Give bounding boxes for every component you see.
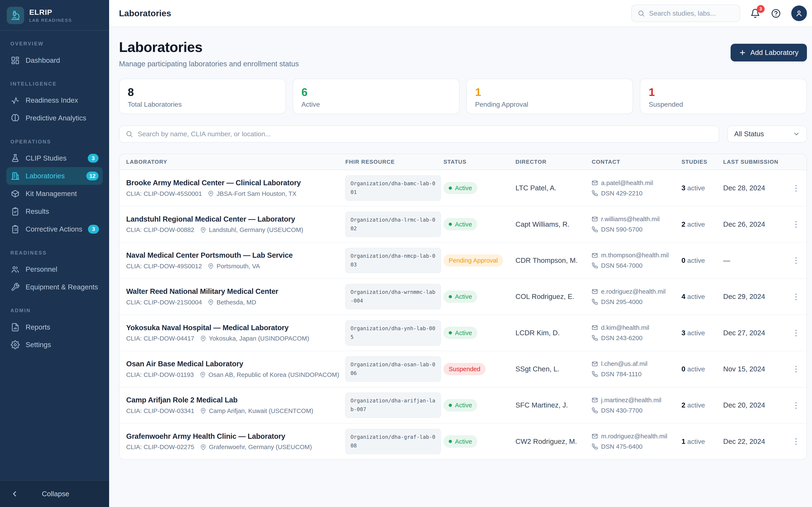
fhir-resource-chip: Organization/dha-wrnmmc-lab-004 [345,284,441,309]
lab-location: Camp Arifjan, Kuwait (USCENTCOM) [209,407,313,414]
row-menu-button[interactable]: ⋮ [783,396,806,414]
row-menu-button[interactable]: ⋮ [783,179,806,197]
sidebar-item-label: Corrective Actions [26,225,82,233]
nav-section-operations: OPERATIONS [6,134,103,149]
map-pin-icon [208,263,214,269]
sidebar-item-readiness-index[interactable]: Readiness Index [6,92,103,109]
phone-icon [592,443,598,450]
director-name: Capt Williams, R. [509,215,585,233]
add-laboratory-button[interactable]: Add Laboratory [730,44,807,61]
lab-clia: CLIA: CLIP-DOW-49S0012 [126,263,202,270]
table-search[interactable] [119,125,719,143]
row-menu-button[interactable]: ⋮ [783,432,806,450]
app-window: ELRIP LAB READINESS OVERVIEW Dashboard I… [0,0,812,507]
table-row[interactable]: Naval Medical Center Portsmouth — Lab Se… [119,242,807,279]
activity-icon [10,96,20,105]
sidebar-item-label: CLIP Studies [26,154,82,162]
sidebar-item-reports[interactable]: Reports [6,318,103,336]
director-name: CDR Thompson, M. [509,251,585,270]
row-menu-button[interactable]: ⋮ [783,324,806,342]
nav-section-admin: ADMIN [6,303,103,318]
sidebar-item-dashboard[interactable]: Dashboard [6,52,103,69]
sidebar-item-predictive-analytics[interactable]: Predictive Analytics [6,109,103,127]
sidebar-item-corrective-actions[interactable]: Corrective Actions 3 [6,220,103,238]
contact-email: e.rodriguez@health.mil [601,288,666,295]
stat-label: Pending Approval [475,101,624,108]
table-row[interactable]: Grafenwoehr Army Health Clinic — Laborat… [119,424,807,459]
global-search[interactable] [631,5,740,22]
status-dot-icon [449,331,452,334]
help-button[interactable] [770,8,782,19]
row-menu-button[interactable]: ⋮ [783,287,806,306]
lab-clia: CLIA: CLIP-DOW-00882 [126,226,194,233]
chevron-left-icon [10,490,18,498]
last-submission: Dec 20, 2024 [716,396,783,414]
last-submission: Nov 15, 2024 [716,360,783,378]
status-badge: Pending Approval [444,255,503,267]
sidebar-item-label: Kit Management [26,190,99,198]
status-dot-icon [449,404,452,407]
sidebar-item-kit-management[interactable]: Kit Management [6,185,103,203]
row-menu-button[interactable]: ⋮ [783,360,806,378]
table-row[interactable]: Landstuhl Regional Medical Center — Labo… [119,207,807,242]
studies-count: 0 active [675,360,716,378]
lab-location: Osan AB, Republic of Korea (USINDOPACOM) [208,371,339,378]
director-name: LCDR Kim, D. [509,324,585,342]
global-search-input[interactable] [649,9,734,17]
clipboard-check-icon [10,207,20,216]
sidebar-item-results[interactable]: Results [6,203,103,220]
table-row[interactable]: Yokosuka Naval Hospital — Medical Labora… [119,315,807,351]
topbar: Laboratories 3 [109,0,812,27]
lab-name: Landstuhl Regional Medical Center — Labo… [126,215,335,223]
table-row[interactable]: Walter Reed National Military Medical Ce… [119,279,807,315]
mail-icon [592,216,598,222]
stat-value: 8 [128,86,277,99]
brand-tagline: LAB READINESS [29,18,72,23]
table-search-input[interactable] [138,130,712,138]
user-avatar[interactable] [791,5,807,21]
sidebar-item-label: Laboratories [26,172,81,180]
table-row[interactable]: Camp Arifjan Role 2 Medical Lab CLIA: CL… [119,387,807,424]
status-label: Active [455,221,472,228]
sidebar-item-personnel[interactable]: Personnel [6,261,103,278]
users-icon [10,265,20,274]
row-menu-button[interactable]: ⋮ [783,251,806,270]
contact-email: j.martinez@health.mil [601,397,661,404]
status-badge: Suspended [444,363,486,376]
fhir-resource-chip: Organization/dha-arifjan-lab-007 [345,393,441,418]
contact-phone: DSN 429-2210 [601,190,643,197]
nav-section-readiness: READINESS [6,245,103,261]
sidebar-nav: OVERVIEW Dashboard INTELLIGENCE Readines… [0,31,109,480]
map-pin-icon [200,335,206,342]
studies-count: 1 active [675,432,716,451]
table-row[interactable]: Brooke Army Medical Center — Clinical La… [119,170,807,206]
notifications-button[interactable]: 3 [749,8,761,19]
studies-count: 3 active [675,324,716,342]
sidebar-item-clip-studies[interactable]: CLIP Studies 3 [6,149,103,167]
contact-email: m.rodriguez@health.mil [601,433,667,440]
dashboard-icon [10,56,20,65]
building-icon [10,171,20,181]
sidebar-item-laboratories[interactable]: Laboratories 12 [6,167,103,185]
lab-location: JBSA-Fort Sam Houston, TX [216,190,297,197]
lab-name: Walter Reed National Military Medical Ce… [126,287,335,295]
lab-clia: CLIA: CLIP-DOW-45S0001 [126,190,202,197]
brand: ELRIP LAB READINESS [0,0,109,30]
fhir-resource-chip: Organization/dha-nmcp-lab-003 [345,248,441,273]
badge-count: 3 [88,225,99,234]
contact-email: l.chen@us.af.mil [601,360,648,368]
director-name: CW2 Rodriguez, M. [509,432,585,451]
row-menu-button[interactable]: ⋮ [783,215,806,233]
sidebar-item-settings[interactable]: Settings [6,336,103,354]
director-name: SSgt Chen, L. [509,360,585,378]
status-dot-icon [449,440,452,443]
nav-section-intelligence: INTELLIGENCE [6,76,103,92]
fhir-resource-chip: Organization/dha-lrmc-lab-002 [345,212,441,237]
table-row[interactable]: Osan Air Base Medical Laboratory CLIA: C… [119,351,807,387]
lab-name: Osan Air Base Medical Laboratory [126,360,335,368]
status-label: Active [455,329,472,337]
status-filter-dropdown[interactable]: All Status [727,125,807,143]
sidebar-item-equipment-reagents[interactable]: Equipment & Reagents [6,278,103,296]
lab-location: Portsmouth, VA [216,263,260,270]
sidebar-collapse-button[interactable]: Collapse [0,480,109,507]
